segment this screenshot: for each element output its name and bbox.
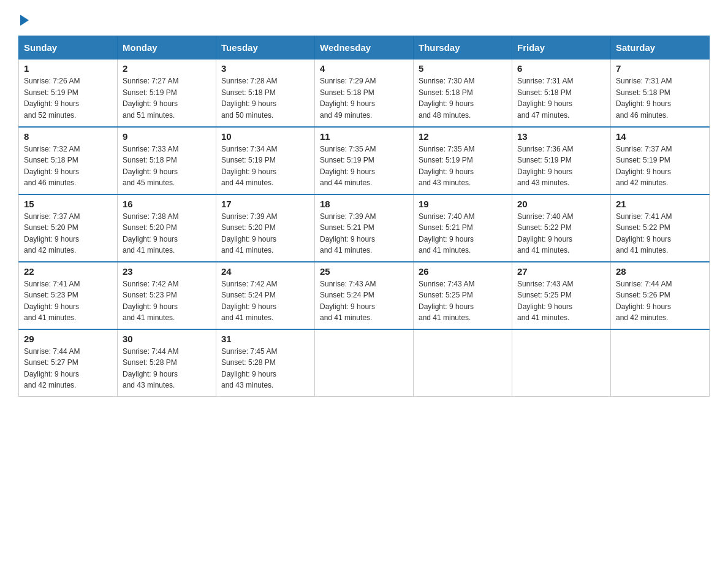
day-number: 27 <box>517 266 605 277</box>
day-info: Sunrise: 7:41 AMSunset: 5:23 PMDaylight:… <box>24 278 112 324</box>
day-info: Sunrise: 7:35 AMSunset: 5:19 PMDaylight:… <box>320 144 408 189</box>
calendar-cell: 9Sunrise: 7:33 AMSunset: 5:18 PMDaylight… <box>118 127 216 194</box>
day-number: 12 <box>419 131 507 142</box>
calendar-cell: 28Sunrise: 7:44 AMSunset: 5:26 PMDayligh… <box>611 262 710 329</box>
column-header-wednesday: Wednesday <box>315 36 414 59</box>
calendar-cell: 8Sunrise: 7:32 AMSunset: 5:18 PMDaylight… <box>19 127 118 194</box>
day-info: Sunrise: 7:33 AMSunset: 5:18 PMDaylight:… <box>123 144 211 189</box>
day-number: 17 <box>221 199 309 209</box>
day-number: 8 <box>24 131 112 142</box>
column-header-friday: Friday <box>512 36 611 59</box>
day-number: 6 <box>517 63 605 74</box>
calendar-cell: 19Sunrise: 7:40 AMSunset: 5:21 PMDayligh… <box>414 194 512 262</box>
day-number: 18 <box>320 199 408 209</box>
day-info: Sunrise: 7:40 AMSunset: 5:21 PMDaylight:… <box>419 211 507 256</box>
day-info: Sunrise: 7:37 AMSunset: 5:19 PMDaylight:… <box>616 144 704 189</box>
calendar-header-row: SundayMondayTuesdayWednesdayThursdayFrid… <box>19 36 710 59</box>
day-number: 28 <box>616 266 704 277</box>
calendar-cell: 24Sunrise: 7:42 AMSunset: 5:24 PMDayligh… <box>216 262 315 329</box>
day-number: 26 <box>419 266 507 277</box>
calendar-cell: 23Sunrise: 7:42 AMSunset: 5:23 PMDayligh… <box>118 262 216 329</box>
calendar-cell <box>315 329 414 397</box>
day-number: 2 <box>123 63 211 74</box>
calendar-cell: 10Sunrise: 7:34 AMSunset: 5:19 PMDayligh… <box>216 127 315 194</box>
calendar-table: SundayMondayTuesdayWednesdayThursdayFrid… <box>18 36 710 397</box>
day-number: 13 <box>517 131 605 142</box>
calendar-cell <box>512 329 611 397</box>
day-info: Sunrise: 7:39 AMSunset: 5:20 PMDaylight:… <box>221 211 309 256</box>
calendar-cell: 4Sunrise: 7:29 AMSunset: 5:18 PMDaylight… <box>315 59 414 127</box>
day-number: 29 <box>24 334 112 344</box>
column-header-tuesday: Tuesday <box>216 36 315 59</box>
calendar-cell: 16Sunrise: 7:38 AMSunset: 5:20 PMDayligh… <box>118 194 216 262</box>
day-info: Sunrise: 7:34 AMSunset: 5:19 PMDaylight:… <box>221 144 309 189</box>
day-number: 15 <box>24 199 112 209</box>
day-info: Sunrise: 7:44 AMSunset: 5:28 PMDaylight:… <box>123 346 211 391</box>
day-number: 31 <box>221 334 309 344</box>
day-number: 4 <box>320 63 408 74</box>
calendar-cell: 20Sunrise: 7:40 AMSunset: 5:22 PMDayligh… <box>512 194 611 262</box>
day-info: Sunrise: 7:26 AMSunset: 5:19 PMDaylight:… <box>24 75 112 121</box>
day-number: 1 <box>24 63 112 74</box>
calendar-week-row: 1Sunrise: 7:26 AMSunset: 5:19 PMDaylight… <box>19 59 710 127</box>
day-info: Sunrise: 7:44 AMSunset: 5:26 PMDaylight:… <box>616 278 704 324</box>
calendar-cell: 27Sunrise: 7:43 AMSunset: 5:25 PMDayligh… <box>512 262 611 329</box>
day-info: Sunrise: 7:44 AMSunset: 5:27 PMDaylight:… <box>24 346 112 391</box>
day-info: Sunrise: 7:38 AMSunset: 5:20 PMDaylight:… <box>123 211 211 256</box>
calendar-week-row: 29Sunrise: 7:44 AMSunset: 5:27 PMDayligh… <box>19 329 710 397</box>
calendar-cell: 14Sunrise: 7:37 AMSunset: 5:19 PMDayligh… <box>611 127 710 194</box>
day-number: 21 <box>616 199 704 209</box>
day-number: 23 <box>123 266 211 277</box>
calendar-cell: 5Sunrise: 7:30 AMSunset: 5:18 PMDaylight… <box>414 59 512 127</box>
calendar-cell: 25Sunrise: 7:43 AMSunset: 5:24 PMDayligh… <box>315 262 414 329</box>
column-header-saturday: Saturday <box>611 36 710 59</box>
day-info: Sunrise: 7:45 AMSunset: 5:28 PMDaylight:… <box>221 346 309 391</box>
day-number: 11 <box>320 131 408 142</box>
day-info: Sunrise: 7:43 AMSunset: 5:25 PMDaylight:… <box>419 278 507 324</box>
calendar-cell: 11Sunrise: 7:35 AMSunset: 5:19 PMDayligh… <box>315 127 414 194</box>
day-number: 9 <box>123 131 211 142</box>
calendar-cell: 15Sunrise: 7:37 AMSunset: 5:20 PMDayligh… <box>19 194 118 262</box>
calendar-cell: 31Sunrise: 7:45 AMSunset: 5:28 PMDayligh… <box>216 329 315 397</box>
day-info: Sunrise: 7:30 AMSunset: 5:18 PMDaylight:… <box>419 75 507 121</box>
calendar-cell: 2Sunrise: 7:27 AMSunset: 5:19 PMDaylight… <box>118 59 216 127</box>
day-number: 14 <box>616 131 704 142</box>
calendar-week-row: 8Sunrise: 7:32 AMSunset: 5:18 PMDaylight… <box>19 127 710 194</box>
page-header <box>18 12 710 23</box>
calendar-week-row: 22Sunrise: 7:41 AMSunset: 5:23 PMDayligh… <box>19 262 710 329</box>
day-info: Sunrise: 7:37 AMSunset: 5:20 PMDaylight:… <box>24 211 112 256</box>
logo-arrow-icon <box>20 15 29 26</box>
day-info: Sunrise: 7:35 AMSunset: 5:19 PMDaylight:… <box>419 144 507 189</box>
day-info: Sunrise: 7:43 AMSunset: 5:25 PMDaylight:… <box>517 278 605 324</box>
calendar-cell: 12Sunrise: 7:35 AMSunset: 5:19 PMDayligh… <box>414 127 512 194</box>
day-number: 20 <box>517 199 605 209</box>
calendar-cell: 7Sunrise: 7:31 AMSunset: 5:18 PMDaylight… <box>611 59 710 127</box>
day-info: Sunrise: 7:31 AMSunset: 5:18 PMDaylight:… <box>616 75 704 121</box>
day-number: 30 <box>123 334 211 344</box>
calendar-cell: 29Sunrise: 7:44 AMSunset: 5:27 PMDayligh… <box>19 329 118 397</box>
calendar-cell <box>414 329 512 397</box>
day-number: 25 <box>320 266 408 277</box>
column-header-monday: Monday <box>118 36 216 59</box>
day-info: Sunrise: 7:40 AMSunset: 5:22 PMDaylight:… <box>517 211 605 256</box>
calendar-cell: 22Sunrise: 7:41 AMSunset: 5:23 PMDayligh… <box>19 262 118 329</box>
day-number: 24 <box>221 266 309 277</box>
day-number: 19 <box>419 199 507 209</box>
day-number: 5 <box>419 63 507 74</box>
day-info: Sunrise: 7:31 AMSunset: 5:18 PMDaylight:… <box>517 75 605 121</box>
day-number: 22 <box>24 266 112 277</box>
day-info: Sunrise: 7:41 AMSunset: 5:22 PMDaylight:… <box>616 211 704 256</box>
calendar-cell: 3Sunrise: 7:28 AMSunset: 5:18 PMDaylight… <box>216 59 315 127</box>
calendar-cell <box>611 329 710 397</box>
logo <box>18 12 29 23</box>
calendar-cell: 1Sunrise: 7:26 AMSunset: 5:19 PMDaylight… <box>19 59 118 127</box>
day-info: Sunrise: 7:28 AMSunset: 5:18 PMDaylight:… <box>221 75 309 121</box>
day-number: 10 <box>221 131 309 142</box>
day-info: Sunrise: 7:42 AMSunset: 5:23 PMDaylight:… <box>123 278 211 324</box>
column-header-thursday: Thursday <box>414 36 512 59</box>
day-info: Sunrise: 7:43 AMSunset: 5:24 PMDaylight:… <box>320 278 408 324</box>
day-info: Sunrise: 7:29 AMSunset: 5:18 PMDaylight:… <box>320 75 408 121</box>
calendar-cell: 18Sunrise: 7:39 AMSunset: 5:21 PMDayligh… <box>315 194 414 262</box>
calendar-cell: 6Sunrise: 7:31 AMSunset: 5:18 PMDaylight… <box>512 59 611 127</box>
day-number: 3 <box>221 63 309 74</box>
